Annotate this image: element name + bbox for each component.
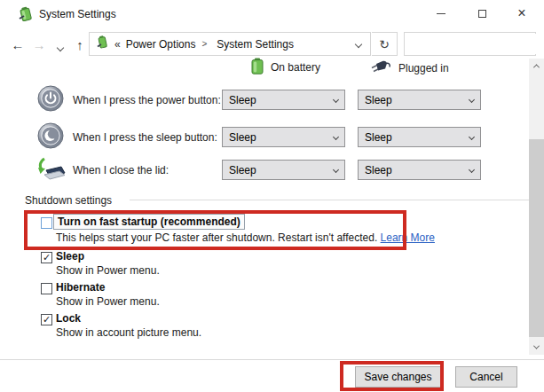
power-button-row-label: When I press the power button: [73,94,221,106]
sleep-checkbox[interactable]: ✓ [41,252,52,263]
system-settings-window: System Settings × ← → ↑ « Power Options … [0,0,544,392]
breadcrumb-item-power-options[interactable]: Power Options [126,38,196,51]
select-value: Sleep [229,131,334,144]
sleep-button-on-battery-select[interactable]: Sleep [222,127,345,147]
fast-startup-checkbox[interactable] [41,217,52,229]
footer-divider [0,359,544,360]
learn-more-link[interactable]: Learn More [381,231,435,244]
battery-icon [251,58,264,77]
chevron-down-icon [469,97,475,103]
close-button[interactable]: × [502,0,541,27]
select-value: Sleep [229,94,334,106]
forward-button[interactable]: → [30,35,48,53]
up-button[interactable]: ↑ [71,35,89,53]
up-icon: ↑ [76,37,83,52]
chevron-down-icon [333,97,339,103]
scroll-up-button[interactable] [529,59,544,74]
sleep-button-row-label: When I press the sleep button: [73,131,217,144]
titlebar: System Settings × [0,0,544,28]
address-bar[interactable]: « Power Options > System Settings [89,32,371,56]
column-label-on-battery: On battery [271,61,320,74]
column-header-plugged-in: Plugged in [371,60,449,75]
select-value: Sleep [229,164,334,176]
sleep-button-plugged-in-select[interactable]: Sleep [358,127,481,147]
power-options-app-icon [18,6,34,22]
power-button-icon [37,85,64,114]
search-box[interactable] [404,32,536,56]
cancel-button[interactable]: Cancel [455,366,517,388]
shutdown-settings-group-label: Shutdown settings [25,194,112,207]
hibernate-checkbox[interactable] [41,283,52,294]
breadcrumb-separator: > [201,39,207,49]
forward-icon: → [33,37,46,52]
select-value: Sleep [365,94,469,106]
breadcrumb-item-system-settings[interactable]: System Settings [217,38,294,51]
scrollbar-thumb[interactable] [529,139,544,337]
minimize-button[interactable] [422,0,461,27]
power-button-on-battery-select[interactable]: Sleep [222,90,345,110]
maximize-button[interactable] [462,0,501,27]
refresh-button[interactable]: ↻ [372,32,398,56]
lock-checkbox[interactable]: ✓ [41,314,52,325]
select-value: Sleep [365,164,469,176]
close-lid-icon [37,156,66,185]
plug-icon [371,60,391,75]
recent-locations-button[interactable] [51,39,69,57]
sleep-description: Show in Power menu. [56,264,160,277]
window-title: System Settings [39,8,116,20]
save-changes-button[interactable]: Save changes [355,366,441,388]
back-icon: ← [12,37,25,52]
hibernate-description: Show in Power menu. [56,295,160,308]
close-icon: × [517,5,525,21]
sleep-button-icon [37,122,64,152]
fast-startup-label[interactable]: Turn on fast startup (recommended) [53,214,245,230]
power-options-icon [97,35,108,52]
back-button[interactable]: ← [9,35,27,53]
address-dropdown-icon[interactable] [355,40,362,47]
chevron-down-icon [333,134,339,140]
select-value: Sleep [365,131,469,144]
fast-startup-description: This helps start your PC faster after sh… [56,231,435,244]
search-input[interactable] [410,34,544,54]
chevron-down-icon [469,167,475,173]
hibernate-label[interactable]: Hibernate [56,281,105,294]
lock-description: Show in account picture menu. [56,326,201,339]
scroll-down-button[interactable] [529,340,544,355]
lock-label[interactable]: Lock [56,312,81,325]
close-lid-row-label: When I close the lid: [73,164,169,176]
chevron-down-icon [533,343,540,349]
chevron-down-icon [57,44,64,51]
column-header-on-battery: On battery [251,58,320,77]
sleep-label[interactable]: Sleep [56,250,84,263]
vertical-scrollbar[interactable] [529,59,544,355]
close-lid-plugged-in-select[interactable]: Sleep [358,160,481,180]
chevron-down-icon [469,134,475,140]
fast-startup-description-text: This helps start your PC faster after sh… [56,231,381,244]
chevron-down-icon [333,167,339,173]
close-lid-on-battery-select[interactable]: Sleep [222,160,345,180]
chevron-up-icon [533,64,540,70]
power-button-plugged-in-select[interactable]: Sleep [358,90,481,110]
breadcrumb-prefix: « [114,38,121,51]
minimize-icon [437,13,445,14]
group-divider [130,200,529,200]
refresh-icon: ↻ [379,37,390,51]
column-label-plugged-in: Plugged in [398,62,449,74]
maximize-icon [478,10,486,18]
